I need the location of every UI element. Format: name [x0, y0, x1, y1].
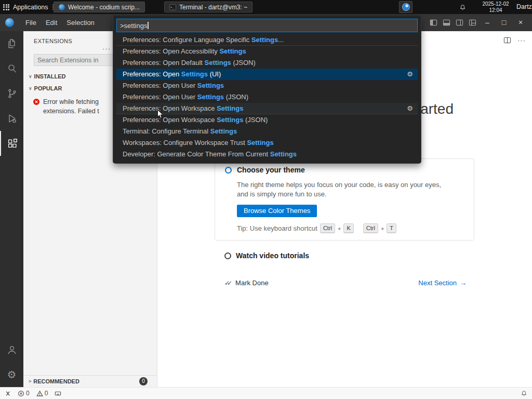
item-match: Settings: [219, 47, 246, 55]
activity-bar-bottom: ⚙: [0, 337, 23, 387]
maximize-button[interactable]: □: [496, 14, 512, 31]
command-item[interactable]: Terminal: Configure Terminal Settings: [116, 126, 418, 137]
window-button-label: Terminal - dartz@vm3: ~: [179, 4, 247, 11]
tip-text: Tip: Use keyboard shortcut: [237, 224, 317, 232]
command-list: Preferences: Configure Language Specific…: [116, 34, 418, 160]
activity-source-control[interactable]: [0, 81, 23, 106]
section-recommended-label: RECOMMENDED: [33, 378, 79, 384]
activity-explorer[interactable]: [0, 31, 23, 56]
toggle-secondary-sidebar-icon[interactable]: [456, 19, 463, 26]
customize-layout-icon[interactable]: [469, 19, 476, 26]
command-input[interactable]: >settings: [116, 19, 418, 32]
kbd-ctrl: Ctrl: [320, 223, 335, 233]
theme-card-description: The right theme helps you focus on your …: [237, 180, 451, 198]
chevron-down-icon: ∨: [29, 74, 32, 79]
kbd-t: T: [387, 223, 396, 233]
taskbar-window-welcome[interactable]: Welcome - codium scrip...: [54, 2, 145, 12]
mark-done-button[interactable]: ✓✓ Mark Done: [224, 279, 269, 287]
item-text: Preferences: Open User: [123, 93, 197, 101]
check-all-icon: ✓✓: [224, 280, 232, 287]
item-match: Settings: [217, 104, 243, 112]
video-radio[interactable]: [224, 252, 231, 259]
clock[interactable]: 2025-12-02 12:04: [478, 1, 513, 13]
activity-settings[interactable]: ⚙: [0, 362, 23, 387]
theme-card-title[interactable]: Choose your theme: [237, 166, 305, 174]
mark-done-label: Mark Done: [235, 279, 269, 287]
item-match: Settings: [205, 59, 231, 66]
menu-file[interactable]: File: [21, 14, 41, 31]
command-item[interactable]: Workspaces: Configure Workspace Trust Se…: [116, 137, 418, 149]
close-button[interactable]: ×: [512, 14, 529, 31]
item-text: Preferences: Open Default: [123, 59, 205, 66]
window-button-label: Welcome - codium scrip...: [68, 4, 140, 11]
configure-gear-icon[interactable]: ⚙: [407, 103, 413, 114]
command-item[interactable]: Preferences: Open Default Settings (JSON…: [116, 57, 418, 69]
tray-icon[interactable]: [399, 1, 413, 13]
command-item[interactable]: Preferences: Configure Language Specific…: [116, 34, 418, 46]
toggle-sidebar-icon[interactable]: [430, 19, 437, 26]
desktop: Applications Welcome - codium scrip... >…: [0, 0, 532, 399]
notifications-bell-icon[interactable]: [521, 390, 527, 397]
applications-grid-icon[interactable]: [3, 4, 9, 10]
taskbar-left: Applications: [3, 0, 58, 14]
section-popular[interactable]: ∨ POPULAR: [29, 85, 62, 91]
problems-warnings[interactable]: 0: [36, 390, 48, 397]
remote-indicator-icon[interactable]: [4, 390, 11, 397]
menu-selection[interactable]: Selection: [62, 14, 99, 31]
menu-bar: File Edit Selection: [21, 14, 99, 31]
sidebar-more-actions-icon[interactable]: ···: [102, 45, 111, 52]
command-item[interactable]: Preferences: Open User Settings (JSON): [116, 91, 418, 103]
item-match: Settings: [217, 116, 243, 124]
command-item[interactable]: Preferences: Open Accessibility Settings: [116, 46, 418, 57]
command-item[interactable]: Developer: Generate Color Theme From Cur…: [116, 149, 418, 160]
item-match: Settings: [181, 70, 208, 78]
item-text: (JSON): [224, 93, 248, 101]
user-menu[interactable]: Dartz: [516, 0, 532, 14]
problems-errors[interactable]: 0: [18, 390, 30, 397]
item-match: Settings: [247, 139, 273, 147]
search-icon: [6, 63, 18, 74]
item-match: Settings: [197, 93, 224, 101]
item-text: Preferences: Open User: [123, 82, 197, 89]
plus-sign: +: [338, 225, 341, 232]
activity-accounts[interactable]: [0, 337, 23, 362]
bell-icon[interactable]: [459, 4, 466, 11]
item-match: Settings: [210, 127, 237, 135]
toggle-panel-icon[interactable]: [443, 19, 450, 26]
kbd-k: K: [343, 223, 353, 233]
applications-menu[interactable]: Applications: [13, 4, 48, 11]
plus-sign: +: [381, 225, 384, 232]
section-recommended[interactable]: > RECOMMENDED 0: [23, 375, 157, 387]
activity-extensions[interactable]: [0, 131, 23, 156]
status-misc-icon[interactable]: [55, 390, 61, 397]
item-match: Settings: [270, 150, 297, 158]
command-item[interactable]: Preferences: Open User Settings: [116, 80, 418, 91]
editor-actions: ···: [503, 36, 526, 44]
minimize-button[interactable]: –: [479, 14, 496, 31]
taskbar-window-terminal[interactable]: >_ Terminal - dartz@vm3: ~: [164, 2, 252, 12]
menu-edit[interactable]: Edit: [41, 14, 62, 31]
section-installed[interactable]: ∨ INSTALLED: [29, 73, 66, 79]
item-text: Workspaces: Configure Workspace Trust: [123, 139, 247, 147]
item-match: Settings: [251, 36, 278, 44]
watch-video-item[interactable]: Watch video tutorials: [224, 251, 309, 260]
mouse-cursor: [157, 109, 164, 119]
activity-search[interactable]: [0, 56, 23, 81]
item-text: ...: [278, 36, 284, 44]
chevron-down-icon: ∨: [29, 86, 32, 91]
configure-gear-icon[interactable]: ⚙: [407, 69, 413, 80]
item-text: Preferences: Open Accessibility: [123, 47, 219, 55]
editor-more-actions-icon[interactable]: ···: [517, 36, 526, 44]
command-item-selected[interactable]: Preferences: Open Settings (UI) ⚙: [116, 69, 418, 80]
browse-color-themes-button[interactable]: Browse Color Themes: [237, 205, 317, 217]
split-editor-icon[interactable]: [503, 36, 511, 44]
item-text: Preferences: Open: [123, 70, 181, 78]
theme-radio[interactable]: [225, 167, 232, 174]
keyboard-shortcut-tip: Tip: Use keyboard shortcut Ctrl + K Ctrl…: [237, 223, 396, 233]
vscodium-logo-icon: [5, 18, 14, 27]
next-section-button[interactable]: Next Section →: [418, 279, 467, 287]
activity-run-debug[interactable]: [0, 106, 23, 131]
account-icon: [6, 344, 18, 355]
activity-bar: ⚙: [0, 31, 23, 387]
source-control-icon: [6, 88, 18, 99]
